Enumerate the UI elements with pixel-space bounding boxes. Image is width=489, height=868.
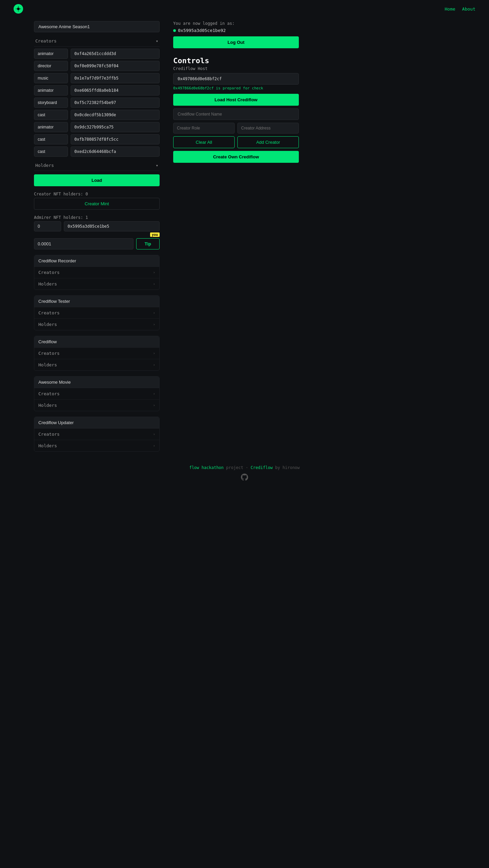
footer-crediflow-link[interactable]: Crediflow [251, 465, 273, 470]
logo-icon [14, 4, 23, 14]
crediflow-card-name-input[interactable] [34, 336, 159, 348]
creator-role-field[interactable] [34, 73, 68, 83]
card-holders-chevron-icon: › [153, 282, 155, 286]
card-creators-accordion[interactable]: Creators › [34, 388, 159, 400]
load-button[interactable]: Load [34, 174, 160, 186]
crediflow-card-name-input[interactable] [34, 417, 159, 429]
tip-amount-input[interactable] [34, 238, 133, 249]
load-host-button[interactable]: Load Host Crediflow [173, 94, 299, 106]
card-holders-chevron-icon: › [153, 322, 155, 327]
table-row [34, 98, 160, 108]
card-holders-label: Holders [38, 281, 57, 287]
creator-addr-field[interactable] [71, 98, 160, 108]
nav-links: Home About [445, 6, 475, 12]
table-row [34, 85, 160, 96]
left-panel: Creators ▾ [34, 21, 170, 452]
card-holders-accordion[interactable]: Holders › [34, 359, 159, 370]
creators-list [34, 49, 160, 157]
crediflow-card-name-input[interactable] [34, 255, 159, 267]
github-icon[interactable] [0, 473, 489, 481]
admirer-nft-count: Admirer NFT holders: 1 [34, 215, 160, 220]
svg-point-0 [17, 7, 20, 10]
logout-button[interactable]: Log Out [173, 36, 299, 48]
card-holders-accordion[interactable]: Holders › [34, 319, 159, 330]
footer-flow-link[interactable]: flow hackathon [189, 465, 223, 470]
creator-addr-field[interactable] [71, 146, 160, 157]
crediflow-card: Creators › Holders › [34, 255, 160, 290]
creator-fields-row [173, 123, 299, 134]
navbar: Home About [0, 0, 489, 18]
footer-text: flow hackathon project · Crediflow by hi… [0, 465, 489, 470]
you-badge: you [150, 232, 160, 237]
create-own-button[interactable]: Create Own Crediflow [173, 151, 299, 163]
content-name-field[interactable] [173, 108, 299, 120]
footer: flow hackathon project · Crediflow by hi… [0, 455, 489, 488]
creator-role-field[interactable] [34, 98, 68, 108]
creator-role-input[interactable] [173, 123, 235, 134]
nav-about[interactable]: About [462, 6, 475, 12]
creator-role-field[interactable] [34, 49, 68, 59]
tip-row: Tip [34, 238, 160, 249]
card-creators-accordion[interactable]: Creators › [34, 267, 159, 278]
logged-in-address: 0x5995a3d05ce1be92 [173, 28, 299, 33]
card-creators-accordion[interactable]: Creators › [34, 348, 159, 359]
add-creator-button[interactable]: Add Creator [237, 136, 299, 148]
card-creators-accordion[interactable]: Creators › [34, 307, 159, 319]
creator-role-field[interactable] [34, 122, 68, 132]
card-holders-chevron-icon: › [153, 444, 155, 448]
footer-project: project · [224, 465, 251, 470]
creator-addr-field[interactable] [71, 134, 160, 144]
creator-action-row: Clear All Add Creator [173, 136, 299, 148]
other-cards-container: Creators › Holders › Creators › Holders … [34, 255, 160, 452]
card-holders-label: Holders [38, 403, 57, 408]
crediflow-card-name-input[interactable] [34, 296, 159, 307]
holder-index-input[interactable] [34, 221, 61, 231]
crediflow-card-name-input[interactable] [34, 377, 159, 388]
table-row [34, 134, 160, 144]
host-hint: 0x497866d0e68bf2cf is prepared for check [173, 86, 299, 90]
clear-all-button[interactable]: Clear All [173, 136, 235, 148]
table-row [34, 110, 160, 120]
nav-home[interactable]: Home [445, 6, 455, 12]
footer-by: by hironow [273, 465, 300, 470]
creator-addr-field[interactable] [71, 73, 160, 83]
creator-role-field[interactable] [34, 134, 68, 144]
holder-addr-input[interactable] [64, 221, 160, 231]
card-creators-chevron-icon: › [153, 311, 155, 315]
creator-role-field[interactable] [34, 61, 68, 71]
host-input[interactable] [173, 73, 299, 85]
creator-addr-field[interactable] [71, 122, 160, 132]
creator-addr-field[interactable] [71, 110, 160, 120]
creator-address-input[interactable] [237, 123, 299, 134]
card-holders-label: Holders [38, 322, 57, 327]
creators-accordion[interactable]: Creators ▾ [34, 36, 160, 47]
tip-button[interactable]: Tip [136, 238, 160, 249]
crediflow-card: Creators › Holders › [34, 336, 160, 371]
card-creators-chevron-icon: › [153, 351, 155, 355]
creator-addr-field[interactable] [71, 49, 160, 59]
creator-role-field[interactable] [34, 85, 68, 96]
holders-accordion[interactable]: Holders ▾ [34, 160, 160, 171]
crediflow-card: Creators › Holders › [34, 295, 160, 330]
creator-mint-button[interactable]: Creator Mint [34, 198, 160, 210]
table-row [34, 73, 160, 83]
creator-role-field[interactable] [34, 110, 68, 120]
logged-in-section: You are now logged in as: 0x5995a3d05ce1… [173, 21, 299, 51]
card-holders-accordion[interactable]: Holders › [34, 278, 159, 290]
main-content-name-input[interactable] [34, 21, 160, 32]
creator-role-field[interactable] [34, 146, 68, 157]
table-row [34, 146, 160, 157]
card-holders-accordion[interactable]: Holders › [34, 440, 159, 451]
online-dot [173, 29, 176, 32]
card-creators-accordion[interactable]: Creators › [34, 429, 159, 440]
table-row [34, 122, 160, 132]
creator-addr-field[interactable] [71, 61, 160, 71]
holder-row: you [34, 221, 160, 231]
creators-chevron-icon: ▾ [156, 39, 158, 44]
creator-nft-count: Creator NFT holders: 0 [34, 192, 160, 196]
creator-addr-field[interactable] [71, 85, 160, 96]
host-section-label: Crediflow Host [173, 66, 299, 71]
card-holders-accordion[interactable]: Holders › [34, 400, 159, 411]
controls-title: Controls [173, 56, 299, 65]
card-holders-label: Holders [38, 362, 57, 367]
